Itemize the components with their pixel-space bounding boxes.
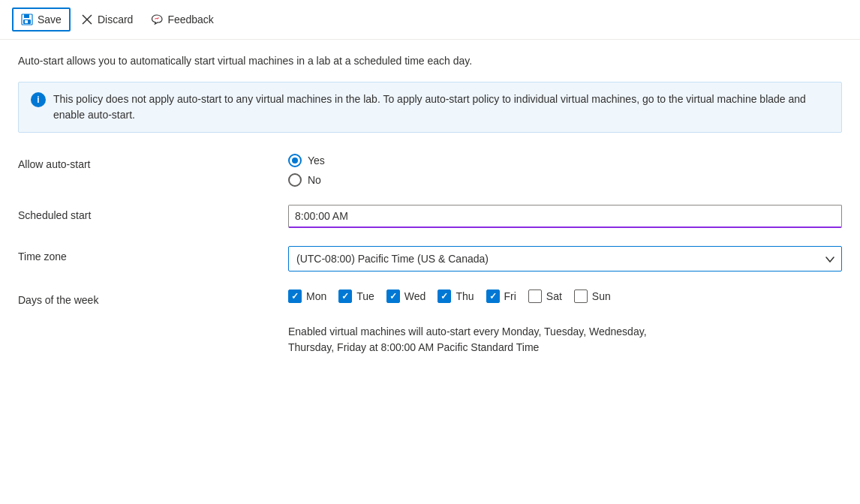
checkbox-tue-label: Tue	[356, 290, 374, 302]
checkbox-fri-label: Fri	[504, 290, 516, 302]
checkbox-mon[interactable]: Mon	[288, 290, 326, 303]
radio-no-label: No	[308, 174, 321, 186]
close-icon	[81, 14, 93, 26]
svg-rect-3	[25, 20, 28, 23]
checkbox-wed-label: Wed	[404, 290, 426, 302]
checkbox-sat-label: Sat	[546, 290, 562, 302]
days-checkbox-group: Mon Tue Wed Thu Fri	[288, 290, 842, 303]
info-icon: i	[31, 92, 46, 107]
scheduled-start-label: Scheduled start	[18, 205, 288, 221]
save-button[interactable]: Save	[12, 8, 71, 32]
info-box: i This policy does not apply auto-start …	[18, 82, 842, 133]
summary-text: Enabled virtual machines will auto-start…	[288, 324, 842, 356]
allow-autostart-control: Yes No	[288, 154, 842, 187]
radio-no[interactable]: No	[288, 173, 842, 187]
checkbox-sun[interactable]: Sun	[574, 290, 611, 303]
summary-line2: Thursday, Friday at 8:00:00 AM Pacific S…	[288, 341, 539, 353]
days-of-week-control: Mon Tue Wed Thu Fri	[288, 290, 842, 303]
save-icon	[21, 14, 33, 26]
allow-autostart-row: Allow auto-start Yes No	[18, 154, 842, 187]
allow-autostart-label: Allow auto-start	[18, 154, 288, 170]
summary-line1: Enabled virtual machines will auto-start…	[288, 326, 647, 338]
time-zone-row: Time zone (UTC-08:00) Pacific Time (US &…	[18, 246, 842, 272]
feedback-icon	[151, 14, 163, 26]
feedback-label: Feedback	[167, 14, 213, 26]
scheduled-start-control	[288, 205, 842, 228]
checkbox-wed[interactable]: Wed	[386, 290, 426, 303]
checkbox-sat-box	[528, 290, 542, 303]
radio-yes[interactable]: Yes	[288, 154, 842, 167]
checkbox-sun-label: Sun	[592, 290, 611, 302]
checkbox-tue[interactable]: Tue	[338, 290, 374, 303]
scheduled-start-row: Scheduled start	[18, 205, 842, 228]
days-of-week-row: Days of the week Mon Tue Wed Thu	[18, 290, 842, 306]
discard-label: Discard	[98, 14, 133, 26]
description-text: Auto-start allows you to automatically s…	[18, 55, 842, 67]
checkbox-mon-label: Mon	[306, 290, 326, 302]
days-of-week-label: Days of the week	[18, 290, 288, 306]
save-label: Save	[38, 14, 62, 26]
checkbox-sun-box	[574, 290, 588, 303]
radio-no-circle	[288, 173, 302, 187]
checkbox-tue-box	[338, 290, 352, 303]
checkbox-thu[interactable]: Thu	[438, 290, 474, 303]
time-zone-select[interactable]: (UTC-08:00) Pacific Time (US & Canada) (…	[288, 246, 842, 272]
time-zone-control: (UTC-08:00) Pacific Time (US & Canada) (…	[288, 246, 842, 272]
toolbar: Save Discard Feedback	[0, 0, 860, 40]
svg-rect-1	[24, 14, 29, 18]
checkbox-thu-label: Thu	[456, 290, 474, 302]
time-zone-select-wrapper: (UTC-08:00) Pacific Time (US & Canada) (…	[288, 246, 842, 272]
checkbox-fri-box	[486, 290, 500, 303]
checkbox-fri[interactable]: Fri	[486, 290, 516, 303]
checkbox-mon-box	[288, 290, 302, 303]
checkbox-sat[interactable]: Sat	[528, 290, 562, 303]
radio-group: Yes No	[288, 154, 842, 187]
checkbox-thu-box	[438, 290, 451, 303]
info-box-text: This policy does not apply auto-start to…	[53, 92, 829, 123]
feedback-button[interactable]: Feedback	[143, 9, 221, 30]
checkbox-wed-box	[386, 290, 400, 303]
radio-yes-circle	[288, 154, 302, 167]
radio-yes-label: Yes	[308, 154, 325, 166]
scheduled-start-input[interactable]	[288, 205, 842, 228]
discard-button[interactable]: Discard	[74, 9, 140, 30]
main-content: Auto-start allows you to automatically s…	[0, 40, 860, 370]
time-zone-label: Time zone	[18, 246, 288, 262]
